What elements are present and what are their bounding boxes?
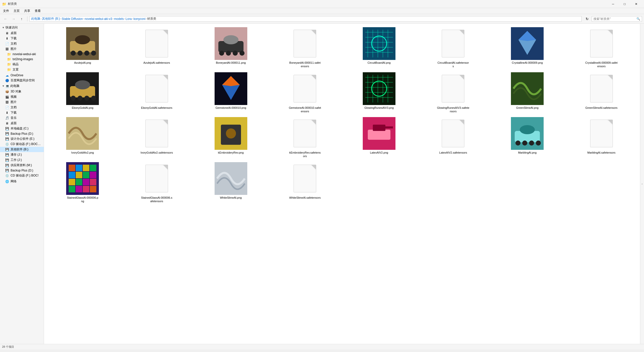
breadcrumb-drive[interactable]: 其他软件 (B:) [42,17,60,21]
sidebar-item-baidu[interactable]: 🔵 百度网盘同步空间 [0,78,44,83]
address-breadcrumb[interactable]: 此电脑 › 其他软件 (B:) › Stable Diffusion › nov… [29,16,582,22]
file-name-label: CrystallineAl-000009.png [512,61,543,64]
file-item[interactable]: MarblingAl.png [491,116,564,160]
sidebar-item-document[interactable]: 📄 文档 [0,105,44,110]
sidebar-item-drive-c[interactable]: 💾 本地磁盘 (C:) [0,126,44,131]
file-thumbnail [511,27,544,60]
breadcrumb-sd[interactable]: Stable Diffusion [62,17,83,21]
thispc-chevron: ▼ [2,85,5,87]
file-item[interactable]: GemstoneAl-000010.safetensors [268,71,342,115]
search-box[interactable]: 🔍 [592,16,642,22]
file-name-label: CircuitBoardAl.safetensors [437,61,469,68]
sidebar-item-drive-d[interactable]: 💾 Backup Plus (D:) [0,131,44,136]
sidebar-drive-e-label: 设计办公软件 (E:) [11,137,34,141]
sidebar-item-desktop[interactable]: 🖥 桌面 [0,30,44,36]
sidebar-item-download[interactable]: ⬇ 下载 [0,36,44,41]
svg-point-10 [219,51,224,56]
file-item[interactable]: GreenSlimeAl.png [491,71,564,115]
file-item[interactable]: GreenSlimeAl.safetensors [565,71,638,115]
svg-point-34 [84,96,89,101]
sidebar-item-drive-b[interactable]: 💾 其他软件 (B:) [0,147,44,152]
menu-file[interactable]: 文件 [1,8,11,14]
thispc-header[interactable]: ▼ 💻 此电脑 [0,83,44,89]
file-item[interactable]: LatexAIV2.safetensors [417,116,490,160]
file-item[interactable]: IvoryGoldAlv2.png [46,116,119,160]
right-panel-toggle[interactable]: ‹ [640,24,644,344]
file-item[interactable]: WhiteSlimeAl.png [194,161,267,205]
sidebar-item-drive-j1[interactable]: 💾 潘存 (J:) [0,152,44,157]
file-thumbnail [511,117,544,150]
menu-share[interactable]: 共享 [22,8,32,14]
file-thumbnail [437,117,469,150]
sidebar-dl-label: 下载 [11,111,17,115]
file-item[interactable]: IvoryGoldAlv2.safetensors [120,116,193,160]
file-item[interactable]: BoneyardAl-000011.safetensors [268,26,342,70]
sidebar-desktop-label: 桌面 [11,31,17,35]
file-thumbnail [289,27,321,60]
sidebar-item-drive-f[interactable]: 💿 CD 驱动器 (F:) BOC… [0,142,44,147]
file-name-label: kEmbroideryRev.png [218,151,244,154]
file-item[interactable]: GlowingRunesAIV3.png [343,71,416,115]
menu-view[interactable]: 查看 [33,8,43,14]
drive-b-icon: 💾 [5,148,9,152]
file-thumbnail [66,72,99,105]
file-item[interactable]: StainedGlassAl-000006.safetensors [120,161,193,205]
svg-point-2 [75,35,90,44]
sidebar-item-drive-m[interactable]: 💾 供应商资料 (M:) [0,163,44,168]
breadcrumb-konyconi[interactable]: konyconi [134,17,145,21]
sidebar-item-pics[interactable]: 🖼 图片 [0,99,44,105]
sidebar-item-desktp[interactable]: 🖥 桌面 [0,121,44,126]
sidebar-item-txt2img[interactable]: 📁 txt2img-images [0,57,44,62]
breadcrumb-current: 材质类 [147,17,156,21]
breadcrumb-pc[interactable]: 此电脑 [31,17,40,21]
sidebar-item-music[interactable]: 🎵 音乐 [0,115,44,121]
sidebar-item-drive-e[interactable]: 💾 设计办公软件 (E:) [0,136,44,142]
maximize-button[interactable]: □ [619,0,630,8]
sidebar-item-drive-f2[interactable]: 💿 CD 驱动器 (F:) BOC! [0,173,44,178]
sidebar-item-drive-d2[interactable]: 💾 Backup Plus (D:) [0,168,44,173]
blank-file-icon [145,30,168,57]
sidebar-item-wenzhi[interactable]: 📁 文置 [0,67,44,72]
sidebar-item-network[interactable]: 🌐 网络 [0,179,44,184]
up-button[interactable]: ↑ [18,15,25,22]
quickaccess-header[interactable]: ▼ 快速访问 [0,25,44,30]
sidebar-item-docs[interactable]: 📄 文档 [0,41,44,46]
sidebar-item-gaocao[interactable]: 📁 稿品 [0,62,44,67]
sidebar-item-onedrive[interactable]: ☁ OneDrive [0,73,44,78]
file-item[interactable]: AzulejoAl.safetensors [120,26,193,70]
refresh-button[interactable]: ↻ [584,15,591,22]
sidebar-item-novelai[interactable]: 📁 novelai-webui-aki [0,52,44,57]
file-item[interactable]: LatexAIV2.png [343,116,416,160]
sidebar-item-3d[interactable]: 📦 3D 对象 [0,89,44,94]
file-item[interactable]: CrystallineAl-000009.png [491,26,564,70]
file-item[interactable]: kEmbroideryRev.safetensors [268,116,342,160]
breadcrumb-models[interactable]: models [114,17,124,21]
close-button[interactable]: ✕ [630,0,642,8]
sidebar-item-dl[interactable]: ⬇ 下载 [0,110,44,115]
sidebar-item-video[interactable]: 🎬 视频 [0,94,44,99]
back-button[interactable]: ← [2,15,9,22]
file-name-label: EbonyGoldAl.safetensors [141,106,172,110]
file-item[interactable]: CrystallineAl-000009.safetensors [565,26,638,70]
file-item[interactable]: EbonyGoldAl.safetensors [120,71,193,115]
file-item[interactable]: WhiteSlimeAl.safetensors [268,161,342,205]
file-item[interactable]: StainedGlassAl-000006.png [46,161,119,205]
breadcrumb-lora[interactable]: Lora [126,17,132,21]
file-item[interactable]: AzulejoAl.png [46,26,119,70]
file-item[interactable]: BoneyardAl-000011.png [194,26,267,70]
file-item[interactable]: kEmbroideryRev.png [194,116,267,160]
menu-home[interactable]: 主页 [12,8,22,14]
file-item[interactable]: CircuitBoardAl.safetensors [417,26,490,70]
forward-button[interactable]: → [10,15,17,22]
sidebar-item-drive-j2[interactable]: 💾 工作 (J:) [0,157,44,163]
minimize-button[interactable]: ─ [607,0,619,8]
sidebar-item-pictures[interactable]: 🖼 图片 [0,46,44,52]
video-icon: 🎬 [5,95,9,99]
file-item[interactable]: GemstoneAl-000010.png [194,71,267,115]
file-item[interactable]: GlowingRunesAIV3.safetensors [417,71,490,115]
search-input[interactable] [593,17,635,21]
breadcrumb-novelai[interactable]: novelai-webui-aki-v3 [85,17,112,21]
file-item[interactable]: EbonyGoldAl.png [46,71,119,115]
file-item[interactable]: MarblingAl.safetensors [565,116,638,160]
file-item[interactable]: CircuitBoardAl.png [343,26,416,70]
